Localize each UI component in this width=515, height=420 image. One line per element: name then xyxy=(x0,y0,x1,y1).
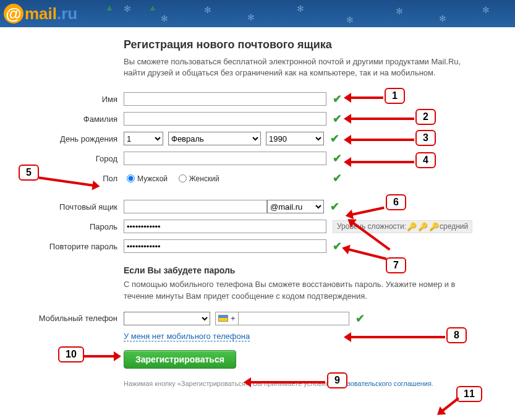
birthday-year-select[interactable]: 1990 xyxy=(266,132,324,145)
logo[interactable]: @ mail .ru xyxy=(0,0,515,27)
phone-country-select[interactable] xyxy=(124,312,210,325)
gender-female-radio[interactable] xyxy=(179,174,187,182)
label-firstname: Имя xyxy=(0,95,124,104)
terms-link[interactable]: Пользовательского соглашения xyxy=(331,380,432,387)
birthday-day-select[interactable]: 1 xyxy=(124,132,163,145)
lastname-input[interactable] xyxy=(124,112,326,126)
label-password: Пароль xyxy=(0,222,124,231)
intro-text: Вы сможете пользоваться бесплатной элект… xyxy=(124,56,476,79)
gender-radio-group: Мужской Женский xyxy=(124,172,231,185)
label-phone: Мобильный телефон xyxy=(0,314,124,323)
label-lastname: Фамилия xyxy=(0,114,124,124)
page-title: Регистрация нового почтового ящика xyxy=(124,38,476,51)
check-icon: ✔ xyxy=(330,132,339,145)
submit-button[interactable]: Зарегистрироваться xyxy=(124,350,236,369)
flag-ua-icon xyxy=(218,315,228,322)
check-icon: ✔ xyxy=(333,152,342,165)
key-icon: 🔑 xyxy=(429,222,439,231)
check-icon: ✔ xyxy=(333,239,342,253)
mailbox-input[interactable] xyxy=(124,200,267,213)
forgot-heading: Если Вы забудете пароль xyxy=(124,265,476,275)
city-input[interactable] xyxy=(124,152,326,165)
check-icon: ✔ xyxy=(333,171,342,185)
phone-input[interactable] xyxy=(238,312,349,325)
label-gender: Пол xyxy=(0,174,124,183)
password-confirm-input[interactable] xyxy=(124,239,326,253)
label-mailbox: Почтовый ящик xyxy=(0,202,124,212)
check-icon: ✔ xyxy=(330,200,339,213)
no-phone-link[interactable]: У меня нет мобильного телефона xyxy=(124,332,250,341)
label-password2: Повторите пароль xyxy=(0,242,124,251)
check-icon: ✔ xyxy=(355,312,365,325)
key-icon: 🔑 xyxy=(407,222,417,231)
gender-female-label[interactable]: Женский xyxy=(179,174,219,183)
header: ✻ ✻ ✻ ✻ ✻ ✻ ✻ ✻ ✻ ▲ ▲ @ mail .ru xyxy=(0,0,515,27)
check-icon: ✔ xyxy=(333,92,342,106)
logo-text-1: mail xyxy=(25,4,57,24)
firstname-input[interactable] xyxy=(124,92,326,106)
password-input[interactable] xyxy=(124,220,326,233)
birthday-month-select[interactable]: Февраль xyxy=(168,132,261,145)
logo-at-icon: @ xyxy=(4,4,23,24)
registration-form: Регистрация нового почтового ящика Вы см… xyxy=(0,27,476,387)
label-city: Город xyxy=(0,154,124,163)
forgot-text: С помощью мобильного телефона Вы сможете… xyxy=(124,279,476,301)
key-icon: 🔑 xyxy=(418,222,428,231)
logo-text-2: .ru xyxy=(57,4,77,24)
label-birthday: День рождения xyxy=(0,134,124,144)
password-strength-badge: Уровень сложности: 🔑🔑🔑 средний xyxy=(333,220,472,233)
gender-male-radio[interactable] xyxy=(127,174,135,182)
legal-text: Нажимая кнопку «Зарегистрироваться», Вы … xyxy=(124,380,476,387)
check-icon: ✔ xyxy=(333,112,342,126)
mailbox-domain-select[interactable]: @mail.ru xyxy=(267,200,324,213)
gender-male-label[interactable]: Мужской xyxy=(127,174,168,183)
